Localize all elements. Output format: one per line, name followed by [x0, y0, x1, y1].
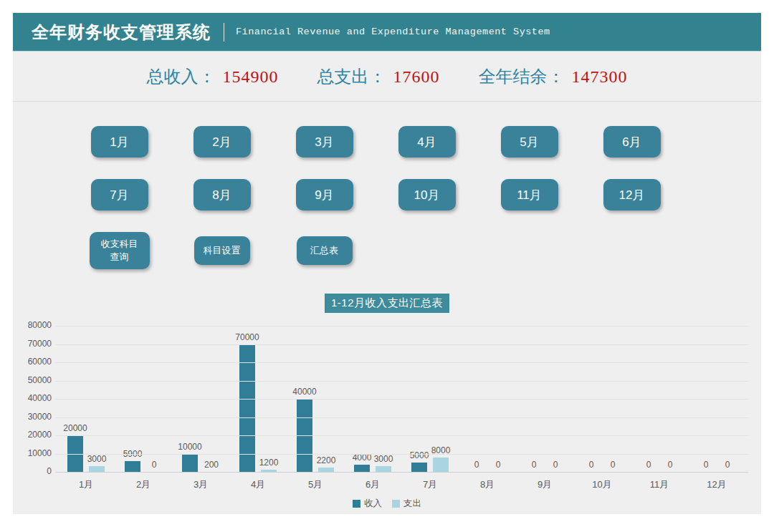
expense-bar	[376, 466, 391, 472]
bar-value-label: 40000	[292, 387, 316, 397]
x-axis-category-label: 12月	[688, 478, 745, 491]
x-axis-category-label: 1月	[57, 478, 115, 491]
bar-value-label: 0	[725, 460, 730, 470]
chart-legend: 收入支出	[13, 498, 761, 510]
annual-balance-value: 147300	[572, 67, 628, 87]
y-axis-tick-label: 50000	[13, 375, 52, 385]
bar-value-label: 0	[646, 460, 651, 470]
income-expense-chart: 2000030001月590002月100002003月7000012004月4…	[13, 326, 761, 513]
header-divider	[224, 23, 224, 42]
bar-value-label: 20000	[63, 423, 87, 433]
app-window: 全年财务收支管理系统 Financial Revenue and Expendi…	[13, 13, 761, 514]
month-button-4[interactable]: 4月	[398, 126, 456, 158]
bar-value-label: 3000	[374, 454, 393, 464]
y-axis-tick-label: 20000	[13, 430, 52, 440]
income-bar	[125, 461, 140, 472]
x-axis-category-label: 2月	[115, 478, 172, 491]
subject-query-button[interactable]: 收支科目查询	[90, 232, 150, 269]
total-expense: 总支出： 17600	[317, 65, 440, 88]
month-button-7[interactable]: 7月	[91, 179, 148, 211]
y-axis-tick-label: 80000	[13, 320, 52, 330]
grid-line	[55, 417, 748, 418]
app-title-zh: 全年财务收支管理系统	[32, 21, 211, 44]
grid-line	[55, 381, 748, 382]
month-button-10[interactable]: 10月	[398, 179, 456, 211]
summary-table-button[interactable]: 汇总表	[297, 236, 353, 265]
legend-item: 收入	[353, 498, 382, 510]
y-axis-tick-label: 0	[13, 466, 52, 476]
y-axis-tick-label: 40000	[13, 393, 52, 403]
total-expense-label: 总支出：	[317, 65, 386, 88]
bar-value-label: 10000	[178, 442, 201, 452]
total-income: 总收入： 154900	[147, 65, 279, 88]
bar-value-label: 5000	[410, 450, 429, 460]
bar-value-label: 2200	[317, 455, 336, 465]
income-bar	[354, 465, 370, 472]
summary-row: 总收入： 154900 总支出： 17600 全年结余： 147300	[13, 52, 761, 102]
total-income-label: 总收入：	[147, 65, 216, 88]
month-button-12[interactable]: 12月	[603, 179, 661, 211]
grid-line	[55, 344, 748, 345]
header-bar: 全年财务收支管理系统 Financial Revenue and Expendi…	[13, 13, 761, 52]
chart-title-wrap: 1-12月收入支出汇总表	[13, 294, 761, 313]
x-axis-category-label: 10月	[573, 478, 631, 491]
bar-value-label: 0	[152, 460, 157, 470]
annual-balance: 全年结余： 147300	[479, 65, 628, 88]
x-axis-category-label: 3月	[172, 478, 229, 491]
x-axis-category-label: 8月	[459, 478, 516, 491]
bar-value-label: 0	[589, 460, 594, 470]
bar-value-label: 70000	[235, 332, 259, 342]
total-income-value: 154900	[223, 67, 279, 87]
legend-swatch	[392, 500, 400, 508]
month-button-9[interactable]: 9月	[296, 179, 353, 211]
legend-label: 支出	[403, 498, 421, 510]
bar-value-label: 1200	[259, 458, 279, 468]
y-axis-tick-label: 70000	[13, 339, 52, 349]
bar-value-label: 0	[474, 460, 479, 470]
bar-value-label: 0	[611, 460, 616, 470]
x-axis-category-label: 9月	[516, 478, 573, 491]
y-axis-tick-label: 60000	[13, 357, 52, 367]
month-button-5[interactable]: 5月	[501, 126, 558, 158]
month-button-8[interactable]: 8月	[194, 179, 251, 211]
expense-bar	[89, 466, 105, 472]
expense-bar	[433, 458, 449, 472]
bar-value-label: 3000	[87, 454, 107, 464]
chart-title: 1-12月收入支出汇总表	[325, 294, 449, 313]
x-axis-category-label: 6月	[344, 478, 401, 491]
grid-line	[55, 435, 748, 436]
bar-value-label: 0	[704, 460, 709, 470]
bar-value-label: 0	[668, 460, 673, 470]
y-axis-tick-label: 10000	[13, 448, 52, 458]
total-expense-value: 17600	[393, 67, 440, 87]
month-button-1[interactable]: 1月	[91, 126, 148, 158]
bar-value-label: 200	[204, 460, 219, 470]
month-button-3[interactable]: 3月	[296, 126, 353, 158]
x-axis-category-label: 5月	[287, 478, 344, 491]
grid-line	[55, 472, 748, 473]
legend-swatch	[353, 500, 360, 508]
income-bar	[411, 463, 427, 472]
bar-value-label: 0	[532, 460, 537, 470]
button-grid: 1月 2月 3月 4月 5月 6月 7月 8月 9月 10月 11月 12月 收…	[68, 126, 683, 269]
y-axis-tick-label: 30000	[13, 412, 52, 422]
income-bar	[239, 344, 255, 473]
legend-item: 支出	[392, 498, 421, 510]
grid-line	[55, 399, 748, 400]
grid-line	[55, 362, 748, 363]
subject-settings-button[interactable]: 科目设置	[194, 236, 250, 265]
month-button-11[interactable]: 11月	[501, 179, 558, 211]
income-bar	[182, 454, 198, 473]
legend-label: 收入	[364, 498, 382, 510]
app-title-en: Financial Revenue and Expenditure Manage…	[236, 26, 550, 37]
grid-line	[55, 326, 748, 327]
annual-balance-label: 全年结余：	[479, 65, 565, 88]
x-axis-category-label: 4月	[229, 478, 287, 491]
bar-value-label: 0	[496, 460, 501, 470]
grid-line	[55, 454, 748, 455]
month-button-2[interactable]: 2月	[194, 126, 251, 158]
month-button-6[interactable]: 6月	[603, 126, 661, 158]
bar-value-label: 0	[553, 460, 558, 470]
x-axis-category-label: 7月	[401, 478, 459, 491]
x-axis-category-label: 11月	[631, 478, 688, 491]
